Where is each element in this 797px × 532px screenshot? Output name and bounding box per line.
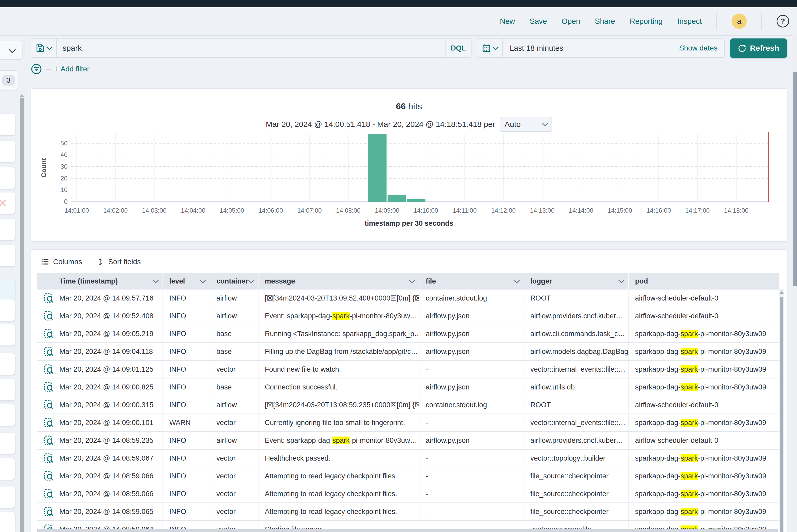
sidebar-field-card[interactable]	[0, 218, 15, 240]
table-header-row: Time (timestamp)levelcontainermessagefil…	[37, 273, 779, 289]
table-row: Mar 20, 2024 @ 14:08:59.067INFOvectorHea…	[37, 449, 779, 467]
histogram-chart[interactable]: 14:01:0014:02:0014:03:0014:04:0014:05:00…	[31, 125, 787, 251]
sidebar-field-card[interactable]	[0, 114, 15, 135]
cell-message: Filling up the DagBag from /stackable/ap…	[258, 343, 419, 360]
chevron-down-icon[interactable]	[514, 278, 520, 284]
cell-message: Attempting to read legacy checkpoint fil…	[258, 503, 419, 520]
sidebar-collapse-button[interactable]	[0, 41, 22, 60]
topnav-link-inspect[interactable]: Inspect	[678, 17, 702, 26]
sidebar-field-card[interactable]	[0, 353, 15, 375]
table-row: Mar 20, 2024 @ 14:09:05.219INFObaseRunni…	[37, 325, 779, 343]
sidebar-field-card[interactable]	[0, 379, 15, 400]
cell-container: vector	[210, 467, 258, 485]
sidebar-count-box[interactable]: 3	[0, 70, 17, 91]
sidebar-field-card[interactable]	[0, 141, 15, 162]
cell-message: [☒[34m2024-03-20T13:09:52.408+0000☒[0m] …	[258, 289, 419, 307]
page-scrollbar[interactable]	[793, 35, 797, 532]
cell-level: WARN	[163, 414, 210, 432]
column-header-logger[interactable]: logger	[524, 273, 629, 289]
sidebar-field-card[interactable]	[0, 324, 15, 345]
sidebar-field-card[interactable]	[0, 404, 15, 426]
cell-level: INFO	[163, 289, 210, 307]
topnav-link-reporting[interactable]: Reporting	[630, 17, 663, 26]
chevron-down-icon[interactable]	[618, 278, 625, 284]
cell-time: Mar 20, 2024 @ 14:09:05.219	[53, 325, 163, 343]
cell-container: airflow	[210, 307, 258, 325]
cell-logger: airflow.utils.db	[524, 378, 629, 396]
time-range-label[interactable]: Last 18 minutes	[503, 44, 679, 53]
sort-fields-button[interactable]: Sort fields	[96, 258, 141, 266]
expand-document-icon[interactable]	[37, 343, 53, 360]
sidebar-field-card[interactable]	[0, 167, 15, 189]
expand-document-icon[interactable]	[37, 289, 53, 307]
column-header-level[interactable]: level	[163, 273, 210, 289]
cell-pod: sparkapp-dag-spark-pi-monitor-80y3uw09	[629, 360, 779, 378]
table-horizontal-scrollbar[interactable]	[37, 529, 778, 532]
page-scrollbar-thumb[interactable]	[793, 72, 797, 286]
columns-button[interactable]: Columns	[41, 258, 82, 266]
expand-document-icon[interactable]	[37, 396, 53, 414]
column-header-message[interactable]: message	[258, 273, 419, 289]
cell-pod: airflow-scheduler-default-0	[629, 432, 779, 449]
column-header-container[interactable]: container	[210, 273, 258, 289]
show-dates-button[interactable]: Show dates	[679, 44, 724, 52]
expand-document-icon[interactable]	[37, 307, 53, 325]
sidebar-scrollbar[interactable]	[20, 98, 24, 532]
cell-logger: airflow.providers.cncf.kuber…	[524, 307, 629, 325]
avatar[interactable]: a	[731, 14, 747, 29]
date-picker-group: Last 18 minutes Show dates	[477, 38, 725, 58]
column-header-file[interactable]: file	[419, 273, 524, 289]
table-vertical-scrollbar[interactable]	[779, 289, 784, 532]
cell-file: airflow.py.json	[419, 432, 524, 449]
query-language-button[interactable]: DQL	[445, 39, 471, 57]
expand-document-icon[interactable]	[37, 325, 53, 343]
expand-document-icon[interactable]	[37, 378, 53, 396]
sidebar-field-card[interactable]	[0, 512, 15, 532]
date-quick-menu-button[interactable]	[477, 39, 503, 57]
topnav-link-open[interactable]: Open	[561, 17, 580, 26]
expand-document-icon[interactable]	[37, 432, 53, 449]
table-row: Mar 20, 2024 @ 14:09:01.125INFOvectorFou…	[37, 360, 779, 378]
scroll-up-arrow-icon[interactable]	[779, 291, 784, 294]
chevron-down-icon[interactable]	[153, 278, 159, 284]
topnav-link-share[interactable]: Share	[595, 17, 615, 26]
sidebar-field-card[interactable]	[0, 487, 15, 508]
cell-time: Mar 20, 2024 @ 14:08:59.066	[53, 467, 163, 485]
svg-text:14:03:00: 14:03:00	[142, 207, 166, 214]
cell-file: -	[419, 485, 524, 503]
cell-pod: sparkapp-dag-spark-pi-monitor-80y3uw09	[629, 485, 779, 503]
sidebar-field-card[interactable]	[0, 279, 15, 301]
chevron-down-icon[interactable]	[409, 278, 415, 284]
sidebar-scroll-up-arrow-icon[interactable]	[20, 94, 24, 97]
sidebar-field-card[interactable]	[0, 300, 15, 321]
histogram-panel: 66 hits Mar 20, 2024 @ 14:00:51.418 - Ma…	[31, 88, 787, 242]
expand-document-icon[interactable]	[37, 503, 53, 520]
expand-document-icon[interactable]	[37, 449, 53, 467]
topnav-link-new[interactable]: New	[500, 17, 515, 26]
column-header-pod[interactable]: pod	[629, 273, 779, 289]
search-input[interactable]: spark	[57, 44, 445, 53]
refresh-button[interactable]: Refresh	[730, 38, 787, 58]
sidebar-field-card[interactable]	[0, 245, 15, 266]
cell-level: INFO	[163, 396, 210, 414]
add-filter-button[interactable]: + Add filter	[55, 65, 90, 73]
cell-message: Found new file to watch.	[258, 360, 419, 378]
sidebar-field-card[interactable]	[0, 433, 15, 454]
expand-document-icon[interactable]	[37, 467, 53, 485]
chevron-down-icon[interactable]	[248, 278, 254, 284]
expand-document-icon[interactable]	[37, 414, 53, 432]
help-icon[interactable]: ?	[777, 15, 789, 27]
table-scrollbar-thumb[interactable]	[780, 298, 783, 532]
saved-query-menu-button[interactable]	[31, 39, 57, 57]
sidebar-field-card[interactable]	[0, 458, 15, 480]
expand-document-icon[interactable]	[37, 360, 53, 378]
column-header-time-timestamp-[interactable]: Time (timestamp)	[53, 273, 163, 289]
chevron-down-icon[interactable]	[200, 278, 206, 284]
expand-document-icon[interactable]	[37, 485, 53, 503]
cell-level: INFO	[163, 378, 210, 396]
cell-time: Mar 20, 2024 @ 14:08:59.067	[53, 449, 163, 467]
cell-logger: vector::internal_events::file::…	[524, 360, 629, 378]
sidebar-field-card[interactable]	[0, 192, 15, 214]
filter-icon[interactable]	[31, 63, 42, 75]
topnav-link-save[interactable]: Save	[530, 17, 547, 26]
